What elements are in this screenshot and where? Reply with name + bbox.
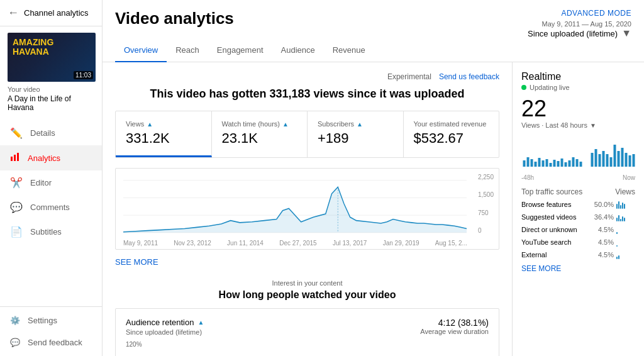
svg-rect-26: [599, 154, 601, 167]
svg-rect-30: [614, 145, 616, 167]
svg-rect-11: [535, 162, 537, 167]
chart-x-labels: May 9, 2011 Nov 23, 2012 Jun 11, 2014 De…: [123, 240, 467, 247]
traffic-bar-suggested: [616, 213, 635, 221]
retention-title: Audience retention ▲: [126, 318, 204, 327]
retention-subtitle: Since uploaded (lifetime): [126, 328, 204, 336]
metric-subscribers-label: Subscribers ▲: [318, 120, 393, 128]
traffic-name-search: YouTube search: [521, 238, 591, 246]
tab-overview[interactable]: Overview: [115, 39, 167, 62]
interest-section-label: Interest in your content: [115, 279, 499, 287]
sidebar-item-label-subtitles: Subtitles: [30, 227, 62, 236]
retention-trend-icon: ▲: [197, 319, 204, 326]
send-feedback-link[interactable]: Send us feedback: [439, 72, 499, 81]
x-label-2014: Jun 11, 2014: [227, 240, 264, 247]
traffic-name-external: External: [521, 251, 591, 259]
video-thumbnail[interactable]: AMAZING HAVANA 11:03: [8, 33, 96, 82]
realtime-sublabel: Views · Last 48 hours ▼: [521, 121, 635, 129]
svg-rect-14: [546, 159, 548, 167]
chart-svg: [123, 174, 491, 234]
video-title: A Day in the Life of Havana: [8, 94, 94, 112]
traffic-pct-suggested: 36.4%: [591, 213, 614, 221]
sidebar-channel-analytics-title: Channel analytics: [24, 8, 89, 18]
svg-rect-29: [610, 157, 613, 167]
sidebar-footer: ⚙️ Settings 💬 Send feedback: [0, 306, 102, 356]
sublabel-dropdown-icon[interactable]: ▼: [590, 122, 596, 129]
svg-rect-33: [625, 153, 628, 167]
traffic-name-browse: Browse features: [521, 201, 591, 208]
svg-rect-8: [523, 160, 526, 167]
retention-title-area: Audience retention ▲ Since uploaded (lif…: [126, 318, 204, 336]
realtime-chart-axis: -48h Now: [521, 174, 635, 181]
tab-reach[interactable]: Reach: [167, 39, 208, 62]
x-label-2011: May 9, 2011: [123, 240, 158, 247]
thumbnail-duration: 11:03: [74, 71, 93, 79]
page-title: Video analytics: [115, 9, 234, 28]
svg-rect-0: [11, 157, 13, 161]
traffic-bar-direct: [616, 225, 635, 234]
analytics-main-panel: Experimental Send us feedback This video…: [103, 62, 512, 356]
page-title-area: Video analytics: [103, 0, 247, 35]
sidebar-item-settings[interactable]: ⚙️ Settings: [0, 309, 102, 331]
editor-icon: ✂️: [10, 177, 23, 189]
svg-rect-28: [606, 154, 609, 167]
traffic-name-suggested: Suggested videos: [521, 213, 591, 221]
svg-rect-9: [527, 157, 530, 167]
sidebar-item-analytics[interactable]: Analytics: [0, 145, 102, 170]
x-label-2019: Jan 29, 2019: [383, 240, 419, 247]
settings-icon: ⚙️: [10, 316, 20, 325]
advanced-mode-button[interactable]: ADVANCED MODE: [561, 9, 631, 18]
sidebar-item-label-analytics: Analytics: [28, 153, 60, 163]
svg-rect-22: [576, 159, 579, 167]
svg-rect-27: [602, 151, 605, 167]
video-label: Your video: [8, 86, 40, 93]
date-range-dropdown-icon[interactable]: ▼: [621, 28, 631, 39]
y-label-0: 0: [478, 227, 494, 234]
experimental-bar: Experimental Send us feedback: [115, 72, 499, 81]
sidebar-item-details[interactable]: ✏️ Details: [0, 121, 102, 145]
chart-y-labels: 2,250 1,500 750 0: [478, 174, 494, 234]
sidebar-item-label-editor: Editor: [30, 178, 52, 187]
traffic-row-search: YouTube search 4.5%: [521, 238, 635, 247]
tab-revenue[interactable]: Revenue: [324, 39, 374, 62]
sidebar: ← Channel analytics AMAZING HAVANA 11:03…: [0, 0, 103, 356]
metric-revenue[interactable]: Your estimated revenue $532.67: [404, 111, 499, 157]
tab-engagement[interactable]: Engagement: [208, 39, 272, 62]
chart-see-more-button[interactable]: SEE MORE: [115, 252, 158, 272]
retention-value-label: Average view duration: [420, 328, 489, 335]
svg-rect-21: [572, 157, 575, 167]
retention-value-area: 4:12 (38.1%) Average view duration: [420, 318, 489, 335]
traffic-pct-browse: 50.0%: [591, 201, 614, 208]
svg-rect-13: [542, 160, 545, 167]
svg-rect-15: [550, 163, 552, 167]
realtime-see-more-button[interactable]: SEE MORE: [521, 264, 635, 273]
date-range-selector[interactable]: Since uploaded (lifetime) ▼: [528, 28, 631, 39]
traffic-pct-search: 4.5%: [591, 238, 614, 246]
metric-watchtime-label: Watch time (hours) ▲: [222, 120, 297, 128]
sidebar-header[interactable]: ← Channel analytics: [0, 0, 102, 26]
sidebar-item-editor[interactable]: ✂️ Editor: [0, 170, 102, 195]
page-header: Video analytics ADVANCED MODE May 9, 201…: [103, 0, 644, 39]
feedback-icon: 💬: [10, 338, 20, 347]
edit-icon: ✏️: [10, 127, 23, 139]
tab-audience[interactable]: Audience: [272, 39, 324, 62]
traffic-pct-direct: 4.5%: [591, 226, 614, 233]
chart-left-label: -48h: [521, 174, 534, 181]
realtime-chart: [521, 135, 635, 167]
sidebar-item-subtitles[interactable]: 📄 Subtitles: [0, 220, 102, 244]
retention-section-headline: How long people watched your video: [115, 289, 499, 301]
sidebar-item-feedback[interactable]: 💬 Send feedback: [0, 331, 102, 353]
realtime-count: 22: [521, 97, 635, 120]
svg-rect-34: [629, 155, 631, 167]
main-area: Video analytics ADVANCED MODE May 9, 201…: [103, 0, 644, 356]
sidebar-item-comments[interactable]: 💬 Comments: [0, 195, 102, 220]
metric-views[interactable]: Views ▲ 331.2K: [116, 111, 212, 157]
metric-watch-time[interactable]: Watch time (hours) ▲ 23.1K: [212, 111, 308, 157]
metric-views-value: 331.2K: [126, 130, 201, 147]
svg-rect-32: [621, 148, 624, 167]
traffic-bar-external: [616, 250, 635, 259]
metric-subscribers[interactable]: Subscribers ▲ +189: [308, 111, 404, 157]
retention-duration-value: 4:12 (38.1%): [420, 318, 489, 328]
analytics-icon: [10, 152, 20, 164]
svg-rect-24: [591, 153, 594, 167]
x-label-2015: Dec 27, 2015: [279, 240, 317, 247]
